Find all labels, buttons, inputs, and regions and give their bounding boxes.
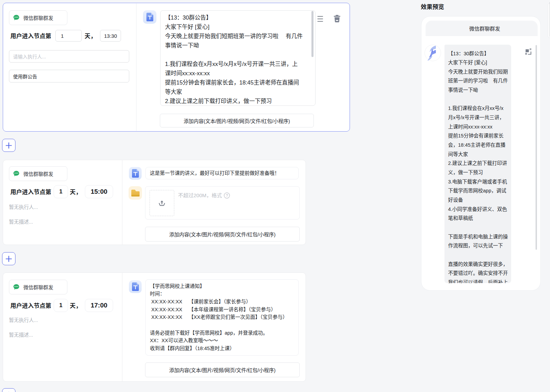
svg-text:?: ? [226,193,228,198]
